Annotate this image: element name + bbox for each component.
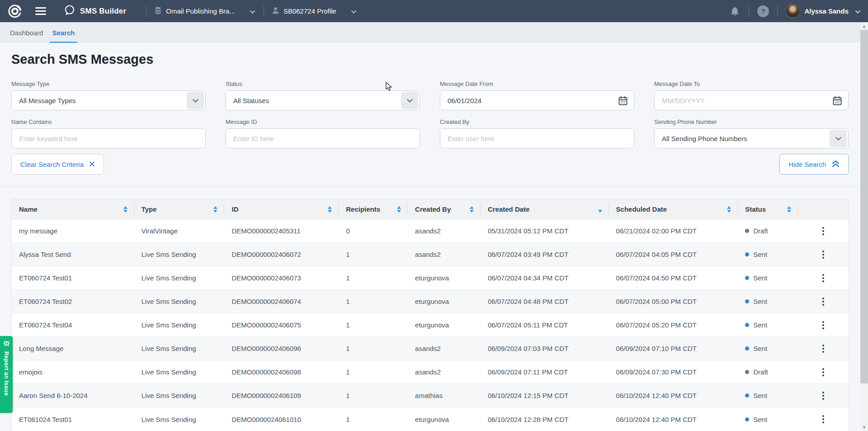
double-chevron-up-icon xyxy=(831,160,840,169)
vertical-scrollbar[interactable]: ▲ ▼ xyxy=(860,22,868,431)
status-dot xyxy=(745,346,749,350)
row-actions-kebab-icon[interactable] xyxy=(819,295,828,308)
navbar-divider xyxy=(749,5,749,17)
cell-actions xyxy=(798,313,849,336)
hide-search-button[interactable]: Hide Search xyxy=(779,154,849,175)
cell-status: Sent xyxy=(738,266,798,289)
cell-id: DEMO0000002406074 xyxy=(224,290,339,313)
column-header-scheduled-date[interactable]: Scheduled Date xyxy=(609,199,738,219)
status-badge: Sent xyxy=(753,392,767,399)
row-actions-kebab-icon[interactable] xyxy=(819,412,828,426)
cell-actions xyxy=(798,384,849,407)
page-tabstrip: Dashboard Search xyxy=(0,22,868,43)
top-navbar: SMS Builder Omail Publishing Bra... xyxy=(0,0,868,22)
clear-search-criteria-button[interactable]: Clear Search Criteria xyxy=(11,154,104,175)
cell-actions xyxy=(798,266,849,289)
scrollbar-up-arrow[interactable]: ▲ xyxy=(860,22,868,30)
tab-dashboard[interactable]: Dashboard xyxy=(5,22,47,43)
chevron-down-icon xyxy=(250,7,255,15)
status-badge: Sent xyxy=(753,416,767,423)
table-row[interactable]: ET060724 Test02 Live Sms Sending DEMO000… xyxy=(12,290,849,313)
row-actions-kebab-icon[interactable] xyxy=(819,271,828,285)
table-row[interactable]: ET060724 Test01 Live Sms Sending DEMO000… xyxy=(12,266,849,290)
cell-name: my message xyxy=(12,219,134,242)
cell-name: ET061024 Test01 xyxy=(12,407,134,431)
row-actions-kebab-icon[interactable] xyxy=(819,224,828,238)
column-header-recipients[interactable]: Recipients xyxy=(339,199,408,219)
page-title: Search SMS Messages xyxy=(11,52,153,67)
cell-id: DEMO0000002406109 xyxy=(224,384,339,407)
person-icon xyxy=(272,7,279,15)
column-header-status[interactable]: Status xyxy=(738,199,798,219)
search-panel-separator xyxy=(0,186,860,187)
cell-type: Live Sms Sending xyxy=(134,337,225,360)
status-badge: Sent xyxy=(753,251,767,258)
status-field: Status All Statuses xyxy=(226,81,420,110)
user-menu-chevron-icon[interactable] xyxy=(855,7,861,15)
chat-bubble-icon xyxy=(63,4,75,18)
chevron-down-icon[interactable] xyxy=(830,130,847,147)
cell-name: emojois xyxy=(12,360,134,384)
column-header-created-by[interactable]: Created By xyxy=(408,199,481,219)
cell-created-by: amathias xyxy=(408,384,481,407)
row-actions-kebab-icon[interactable] xyxy=(819,318,828,332)
cell-recipients: 1 xyxy=(339,243,408,266)
table-row[interactable]: Alyssa Test Send Live Sms Sending DEMO00… xyxy=(12,243,849,266)
table-row[interactable]: ET060724 Test04 Live Sms Sending DEMO000… xyxy=(12,313,849,337)
date-to-input[interactable] xyxy=(655,91,833,110)
calendar-icon[interactable] xyxy=(618,96,627,105)
message-type-select[interactable]: All Message Types xyxy=(11,90,206,110)
chevron-down-icon[interactable] xyxy=(187,92,204,109)
column-header-name[interactable]: Name xyxy=(12,199,134,219)
user-avatar[interactable] xyxy=(786,4,800,18)
profile-selector-dropdown[interactable]: SB062724 Profile xyxy=(272,7,357,15)
table-row[interactable]: emojois Live Sms Sending DEMO00000024060… xyxy=(12,360,849,384)
table-row[interactable]: Aaron Send 6-10-2024 Live Sms Sending DE… xyxy=(12,384,849,407)
cell-type: Live Sms Sending xyxy=(134,290,225,313)
hamburger-menu-icon[interactable] xyxy=(35,7,46,15)
message-id-label: Message ID xyxy=(226,118,420,125)
column-header-id[interactable]: ID xyxy=(224,199,339,219)
notifications-bell-icon[interactable] xyxy=(729,7,741,16)
name-contains-input[interactable] xyxy=(12,129,205,148)
status-dot xyxy=(745,417,749,422)
message-id-input[interactable] xyxy=(226,129,420,148)
bug-icon xyxy=(3,339,10,349)
scrollbar-down-arrow[interactable]: ▼ xyxy=(860,423,868,431)
chevron-down-icon[interactable] xyxy=(401,92,418,109)
row-actions-kebab-icon[interactable] xyxy=(819,342,828,355)
help-icon[interactable]: ? xyxy=(757,5,769,17)
report-an-issue-label: Report an Issue xyxy=(3,351,9,396)
tab-search[interactable]: Search xyxy=(47,22,79,43)
column-header-type[interactable]: Type xyxy=(134,199,225,219)
table-row[interactable]: my message ViralVintage DEMO000000240531… xyxy=(12,219,849,243)
row-actions-kebab-icon[interactable] xyxy=(819,389,828,403)
search-form: Message Type All Message Types Status Al… xyxy=(11,81,849,148)
cell-status: Sent xyxy=(738,290,798,313)
cell-created-date: 06/10/2024 12:15 PM CDT xyxy=(481,384,609,407)
column-header-created-date[interactable]: Created Date xyxy=(481,199,609,219)
table-row[interactable]: Long Message Live Sms Sending DEMO000000… xyxy=(12,337,849,360)
sending-phone-select[interactable]: All Sending Phone Numbers xyxy=(654,128,849,148)
database-icon xyxy=(155,7,161,16)
created-by-input[interactable] xyxy=(440,129,634,148)
cell-scheduled-date: 06/09/2024 07:30 PM CDT xyxy=(609,360,738,384)
brand-selector-dropdown[interactable]: Omail Publishing Bra... xyxy=(155,7,255,16)
row-actions-kebab-icon[interactable] xyxy=(819,365,828,379)
status-select[interactable]: All Statuses xyxy=(226,90,420,110)
cell-created-date: 06/07/2024 03:49 PM CDT xyxy=(481,243,609,266)
table-row[interactable]: ET061024 Test01 Live Sms Sending DEMO000… xyxy=(12,407,849,431)
scrollbar-thumb[interactable] xyxy=(860,30,868,384)
omeda-logo-icon[interactable] xyxy=(7,4,23,19)
sending-phone-field: Sending Phone Number All Sending Phone N… xyxy=(654,118,849,148)
row-actions-kebab-icon[interactable] xyxy=(819,248,828,261)
cell-created-by: eturgunova xyxy=(408,266,481,289)
calendar-icon[interactable] xyxy=(833,96,842,105)
report-an-issue-tab[interactable]: Report an Issue xyxy=(0,336,13,413)
cell-created-date: 06/07/2024 04:48 PM CDT xyxy=(481,290,609,313)
created-by-field: Created By xyxy=(440,118,634,148)
date-to-label: Message Date To xyxy=(654,81,849,87)
cell-status: Sent xyxy=(738,384,798,407)
cell-scheduled-date: 06/07/2024 04:50 PM CDT xyxy=(609,266,738,289)
date-from-input[interactable] xyxy=(440,91,618,110)
